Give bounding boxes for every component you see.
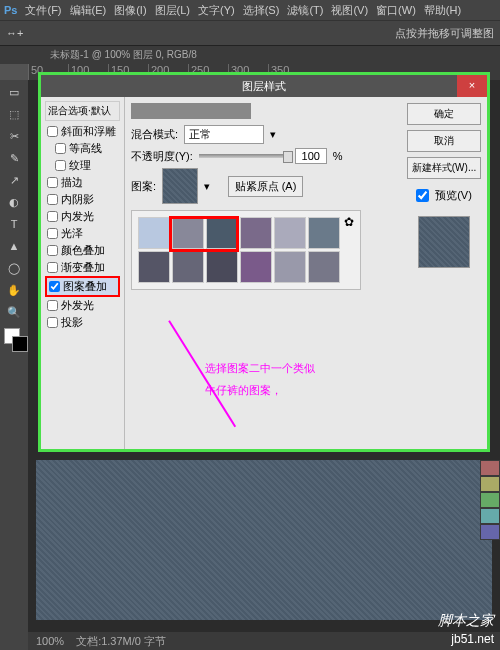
style-drop-shadow[interactable]: 投影 [45, 314, 120, 331]
tool-lasso[interactable]: ✂ [2, 126, 26, 146]
toolbar: ▭ ⬚ ✂ ✎ ↗ ◐ T ▲ ◯ ✋ 🔍 [0, 80, 28, 650]
style-outer-glow[interactable]: 外发光 [45, 297, 120, 314]
menu-view[interactable]: 视图(V) [331, 3, 368, 18]
pattern-menu-icon[interactable]: ✿ [344, 215, 354, 229]
style-contour[interactable]: 等高线 [45, 140, 120, 157]
ok-button[interactable]: 确定 [407, 103, 481, 125]
tool-indicator: ↔+ [6, 27, 23, 39]
menu-filter[interactable]: 滤镜(T) [287, 3, 323, 18]
menu-help[interactable]: 帮助(H) [424, 3, 461, 18]
pattern-label: 图案: [131, 179, 156, 194]
preview-swatch [418, 216, 470, 268]
tool-eyedropper[interactable]: ↗ [2, 170, 26, 190]
annotation-arrow [168, 271, 315, 427]
doc-info: 文档:1.37M/0 字节 [76, 634, 166, 649]
dialog-close-button[interactable]: × [457, 75, 487, 97]
pattern-preview[interactable] [162, 168, 198, 204]
menu-type[interactable]: 文字(Y) [198, 3, 235, 18]
opacity-label: 不透明度(Y): [131, 149, 193, 164]
tool-shape[interactable]: ◯ [2, 258, 26, 278]
pattern-swatch[interactable] [308, 251, 340, 283]
pattern-swatch[interactable] [274, 217, 306, 249]
preview-checkbox[interactable] [416, 189, 429, 202]
color-swatches[interactable] [2, 328, 26, 358]
tool-brush[interactable]: ✎ [2, 148, 26, 168]
menu-layer[interactable]: 图层(L) [155, 3, 190, 18]
pattern-swatch[interactable] [138, 251, 170, 283]
background-swatch[interactable] [12, 336, 28, 352]
tool-dodge[interactable]: ◐ [2, 192, 26, 212]
pattern-swatch[interactable] [274, 251, 306, 283]
snap-origin-button[interactable]: 贴紧原点 (A) [228, 176, 304, 197]
style-stroke[interactable]: 描边 [45, 174, 120, 191]
new-style-button[interactable]: 新建样式(W)... [407, 157, 481, 179]
blend-options-header[interactable]: 混合选项·默认 [45, 101, 120, 121]
watermark: 脚本之家 [438, 612, 494, 630]
style-inner-glow[interactable]: 内发光 [45, 208, 120, 225]
tool-move[interactable]: ▭ [2, 82, 26, 102]
tool-type[interactable]: T [2, 214, 26, 234]
ps-logo: Ps [4, 4, 17, 16]
pattern-swatch[interactable] [240, 217, 272, 249]
tool-marquee[interactable]: ⬚ [2, 104, 26, 124]
menu-file[interactable]: 文件(F) [25, 3, 61, 18]
document-tab[interactable]: 未标题-1 @ 100% 图层 0, RGB/8 [0, 46, 500, 64]
highlight-box [169, 216, 239, 252]
tool-pen[interactable]: ▲ [2, 236, 26, 256]
menu-image[interactable]: 图像(I) [114, 3, 146, 18]
pattern-swatch[interactable] [206, 251, 238, 283]
blend-mode-select[interactable]: 正常 [184, 125, 264, 144]
opacity-slider[interactable] [199, 154, 289, 158]
style-inner-shadow[interactable]: 内阴影 [45, 191, 120, 208]
mini-palette [480, 460, 500, 540]
menu-edit[interactable]: 编辑(E) [70, 3, 107, 18]
style-pattern-overlay[interactable]: 图案叠加 [45, 276, 120, 297]
hint-text: 点按并拖移可调整图 [395, 26, 494, 41]
watermark-url: jb51.net [451, 632, 494, 646]
pattern-swatch[interactable] [308, 217, 340, 249]
style-texture[interactable]: 纹理 [45, 157, 120, 174]
section-header [131, 103, 251, 119]
style-gradient-overlay[interactable]: 渐变叠加 [45, 259, 120, 276]
opacity-input[interactable]: 100 [295, 148, 327, 164]
layer-style-dialog: 图层样式 × 混合选项·默认 斜面和浮雕 等高线 纹理 描边 内阴影 内发光 光… [41, 75, 487, 449]
cancel-button[interactable]: 取消 [407, 130, 481, 152]
style-color-overlay[interactable]: 颜色叠加 [45, 242, 120, 259]
dialog-title: 图层样式 × [41, 75, 487, 97]
tool-zoom[interactable]: 🔍 [2, 302, 26, 322]
menu-select[interactable]: 选择(S) [243, 3, 280, 18]
menu-window[interactable]: 窗口(W) [376, 3, 416, 18]
blend-mode-label: 混合模式: [131, 127, 178, 142]
style-bevel[interactable]: 斜面和浮雕 [45, 123, 120, 140]
canvas[interactable] [36, 460, 492, 620]
zoom-level[interactable]: 100% [36, 635, 64, 647]
pattern-swatch[interactable] [172, 251, 204, 283]
style-satin[interactable]: 光泽 [45, 225, 120, 242]
tool-hand[interactable]: ✋ [2, 280, 26, 300]
pattern-swatch[interactable] [138, 217, 170, 249]
